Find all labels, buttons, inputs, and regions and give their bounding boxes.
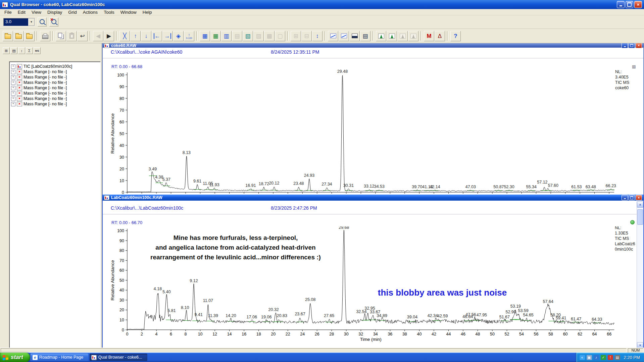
undo-button[interactable]: ↩ (77, 31, 88, 41)
help-button[interactable]: ? (450, 31, 461, 41)
menu-tools[interactable]: Tools (101, 10, 117, 15)
annotate-button[interactable]: Δ (435, 31, 445, 41)
autoscale-button[interactable]: ╳ (119, 31, 130, 41)
pane1-window-controls: × (622, 43, 642, 48)
expand-icon[interactable]: + (11, 75, 15, 80)
chromatogram-plot-coke60[interactable]: 0102030405060708090100Relative Abundance… (103, 68, 644, 195)
insert-cell-button[interactable]: ▦ (210, 31, 221, 41)
peak-label: 52.90 (505, 310, 516, 314)
split-cell-button[interactable]: ▥ (221, 31, 232, 41)
tray-audio-icon[interactable]: ♪ (594, 355, 599, 360)
detect-peaks-button[interactable] (376, 31, 386, 41)
hide-tray-icons-button[interactable]: « (580, 355, 585, 360)
tray-antivirus-icon[interactable]: ✓ (601, 355, 606, 360)
start-button[interactable]: start (0, 353, 30, 362)
expand-icon[interactable]: + (11, 97, 15, 101)
nl-label: TIC MS (615, 236, 629, 241)
scale-up-button[interactable]: ↑ (130, 31, 141, 41)
expand-icon[interactable]: + (11, 102, 15, 106)
pan-left-button[interactable]: ← (152, 31, 162, 41)
tree-item[interactable]: +×Mass Range [- no file -] (9, 85, 100, 91)
show-report-button[interactable]: ▤ (360, 31, 370, 41)
pane2-titlebar[interactable]: LabCoatz60min100c.RAW × (103, 195, 643, 201)
task-button[interactable]: Qual Browser - coke6... (90, 354, 147, 361)
open-raw-file-button[interactable] (3, 31, 13, 41)
pane1-restore-button[interactable] (629, 43, 635, 48)
maximize-button[interactable] (626, 1, 633, 8)
label-peaks-button[interactable] (387, 31, 397, 41)
expand-icon[interactable]: + (11, 64, 15, 69)
chromatogram-plot-labcoatz[interactable]: 0102030405060708090100024681012141618202… (103, 226, 636, 349)
pin-header-button[interactable]: ⊞ (3, 47, 10, 54)
reset-range-button[interactable]: ◈ (173, 31, 184, 41)
x-axis-title: Time (min) (360, 337, 382, 342)
pane2-close-button[interactable]: × (636, 195, 642, 200)
peak-label: 63.48 (586, 185, 596, 189)
minimize-button[interactable] (617, 1, 625, 8)
peak-label: 54.65 (523, 313, 534, 317)
tree-item[interactable]: +×Mass Range [- no file -] (9, 69, 100, 74)
y-tick-label: 40 (119, 288, 124, 293)
pane1-minimize-button[interactable] (622, 43, 628, 48)
menu-file[interactable]: File (1, 10, 15, 15)
show-spectrum-button[interactable] (349, 31, 360, 41)
pane2-restore-button[interactable] (629, 195, 635, 200)
vertical-scrollbar[interactable]: ▲ ▼ (637, 201, 643, 349)
expand-icon[interactable]: + (11, 91, 15, 96)
tree-item[interactable]: +×Mass Range [- no file -] (9, 101, 100, 107)
copy-button[interactable] (56, 31, 66, 41)
menu-help[interactable]: Help (140, 10, 155, 15)
scrollbar-thumb[interactable] (637, 209, 643, 225)
toolbar-separator (116, 31, 117, 41)
status-message-cell (1, 348, 627, 353)
task-button[interactable]: eRoadmap - Home Page (31, 354, 88, 361)
ms-order-button[interactable]: MS (34, 47, 41, 54)
tree-item[interactable]: +×Mass Range [- no file -] (9, 74, 100, 80)
expand-icon[interactable]: + (11, 81, 15, 85)
menu-window[interactable]: Window (117, 10, 140, 15)
tree-item[interactable]: +TIC [LabCoatz60min100c] (9, 64, 100, 69)
tray-display-icon[interactable]: ▣ (587, 355, 592, 360)
expand-icon[interactable]: + (11, 86, 15, 90)
range-combo[interactable]: 3.0 ▼ (3, 18, 35, 26)
expand-icon[interactable]: + (11, 70, 15, 74)
zoom-apply-button[interactable] (38, 17, 47, 27)
menu-display[interactable]: Display (44, 10, 65, 15)
close-button[interactable]: × (634, 1, 642, 8)
y-tick-label: 70 (119, 108, 124, 113)
pane2-minimize-button[interactable] (622, 195, 628, 200)
help-icon: ? (454, 33, 457, 39)
tray-network-icon[interactable]: ▤ (615, 355, 620, 360)
pane1-titlebar[interactable]: coke60.RAW × (103, 43, 643, 48)
page-layout-button[interactable]: ▤ (10, 47, 17, 54)
menu-view[interactable]: View (29, 10, 44, 15)
open-layout-button[interactable] (24, 31, 35, 41)
sum-traces-button[interactable]: Σ (26, 47, 33, 54)
pane1-close-button[interactable]: × (636, 43, 642, 48)
grid-layout-button[interactable]: ▦ (200, 31, 210, 41)
zoom-clear-button[interactable]: × (49, 17, 58, 27)
print-button[interactable] (40, 31, 50, 41)
pan-right-button[interactable]: → (162, 31, 173, 41)
menu-actions[interactable]: Actions (80, 10, 101, 15)
mass-labels-button[interactable]: M (424, 31, 434, 41)
tree-item[interactable]: +×Mass Range [- no file -] (9, 96, 100, 101)
tree-item[interactable]: +×Mass Range [- no file -] (9, 80, 100, 85)
peak-label: 61.53 (571, 185, 582, 189)
scroll-up-button[interactable]: ▲ (637, 201, 643, 208)
normalize-button[interactable]: ↑0-100 (184, 31, 194, 41)
scale-down-button[interactable]: ↓ (141, 31, 151, 41)
zoom-trace-button[interactable] (328, 31, 338, 41)
add-row-button[interactable]: ▧ (243, 31, 253, 41)
menu-grid[interactable]: Grid (65, 10, 80, 15)
sort-traces-button[interactable]: ↕ (18, 47, 25, 54)
tray-alert-icon[interactable]: ! (608, 355, 613, 360)
show-chromatogram-button[interactable] (339, 31, 349, 41)
x-tick-label: 38 (402, 332, 407, 337)
tree-item[interactable]: +×Mass Range [- no file -] (9, 91, 100, 96)
combo-dropdown-icon[interactable]: ▼ (28, 18, 35, 26)
split-window-button[interactable]: ↕ (312, 31, 323, 41)
menu-edit[interactable]: Edit (15, 10, 29, 15)
open-result-file-button[interactable] (13, 31, 24, 41)
forward-button[interactable]: ▶ (104, 31, 114, 41)
